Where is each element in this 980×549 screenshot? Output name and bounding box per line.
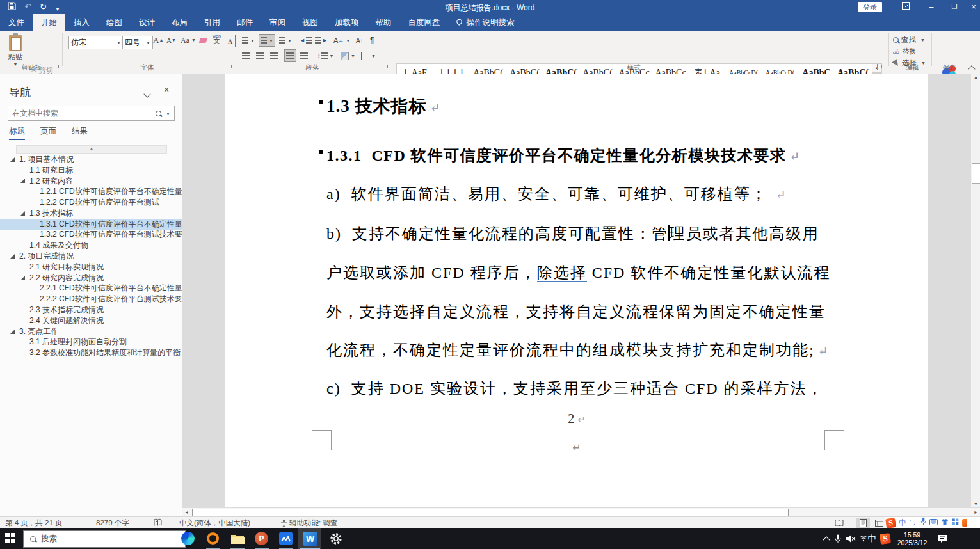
ribbon-tab[interactable]: 百度网盘 [400,14,449,31]
font-dialog-launcher-icon[interactable] [227,64,233,70]
action-center-icon[interactable] [935,528,950,549]
doc-heading-1[interactable]: 1.3 技术指标↵ [326,95,440,118]
clipboard-dialog-launcher-icon[interactable] [54,64,60,70]
word-taskbar-icon[interactable]: W [302,530,318,546]
borders-button[interactable]: ▼ [361,50,376,61]
nav-tree-item[interactable]: 1.2 研究内容 [0,176,182,187]
ribbon-tab[interactable]: 开始 [33,14,65,31]
show-marks-button[interactable]: ¶ [370,35,374,46]
proofing-status-icon[interactable] [154,518,162,528]
edge-browser-icon[interactable] [180,530,196,546]
doc-line-e[interactable]: 化流程，不确定性定量评价流程中的组成模块支持扩充和定制功能;↵ [326,340,828,360]
blue-mountain-app-icon[interactable] [278,530,294,546]
nav-tree-item[interactable]: 1.4 成果及交付物 [0,240,182,251]
doc-line-a[interactable]: a) 软件界面简洁、易用、安全、可靠、可维护、可移植等； ↵ [326,184,786,204]
scroll-down-icon[interactable]: ▼ [971,502,980,506]
font-size-combo[interactable]: 四号▼ [122,36,153,49]
font-name-combo[interactable]: 仿宋▼ [68,36,124,49]
ribbon-tab[interactable]: 布局 [163,14,196,31]
taskbar-search-box[interactable]: 搜索 [23,530,186,548]
nav-tab-pages[interactable]: 页面 [40,126,56,140]
nav-tree-item[interactable]: 1.3.1 CFD软件可信度评价平台不确定性量化... [0,219,182,230]
web-layout-view-button[interactable] [872,518,886,528]
restore-button[interactable]: ❐ [946,1,963,13]
minimize-button[interactable]: – [923,1,940,13]
clear-formatting-button[interactable] [200,35,207,46]
expand-triangle-icon[interactable] [10,157,15,162]
nav-tree-item[interactable]: 3.2 参数校准功能对结果精度和计算量的平衡 [0,347,182,358]
ribbon-tab[interactable]: 加载项 [326,14,367,31]
ribbon-tab[interactable]: 引用 [196,14,229,31]
styles-dialog-launcher-icon[interactable] [877,64,883,70]
ribbon-tab[interactable]: 审阅 [261,14,294,31]
paste-button[interactable]: 粘贴 ▼ [4,33,27,68]
ribbon-tab[interactable]: 插入 [65,14,98,31]
ime-mic-icon[interactable] [920,517,926,529]
ribbon-tab[interactable]: 视图 [294,14,326,31]
accessibility-status[interactable]: 辅助功能: 调查 [280,518,337,528]
nav-tree-item[interactable]: 1. 项目基本情况 [0,154,182,165]
paragraph-dialog-launcher-icon[interactable] [383,64,389,70]
ime-keyboard-icon[interactable] [929,517,938,529]
nav-tree-item[interactable]: 2.4 关键问题解决情况 [0,315,182,326]
hidden-icons-chevron-icon[interactable] [821,528,832,549]
tray-sogou-icon[interactable]: S [878,528,892,549]
vertical-scrollbar-thumb[interactable] [972,163,980,184]
decrease-indent-button[interactable]: ◄ [300,35,312,46]
word-count-status[interactable]: 8279 个字 [96,518,129,528]
collapse-ribbon-icon[interactable] [969,63,974,74]
nav-tree-item[interactable]: 3.1 后处理封闭物面自动分割 [0,337,182,348]
phonetic-guide-button[interactable]: wén 文 [213,33,221,44]
nav-tree-item[interactable]: 2.3 技术指标完成情况 [0,305,182,315]
ribbon-tab[interactable]: 邮件 [229,14,261,31]
nav-tree-item[interactable]: 2. 项目完成情况 [0,251,182,262]
scroll-left-icon[interactable]: ◄ [184,510,189,514]
expand-triangle-icon[interactable] [20,276,25,280]
nav-pane-close-icon[interactable]: × [164,84,169,95]
ime-more-icon[interactable] [962,519,967,527]
nav-tree-item[interactable]: 1.3 技术指标 [0,208,182,219]
sogou-logo-icon[interactable]: S [885,518,896,529]
align-center-button[interactable] [256,50,264,61]
line-spacing-button[interactable]: ↕▼ [317,50,333,61]
nav-tree-item[interactable]: 1.2.1 CFD软件可信度评价平台不确定性量化... [0,186,182,197]
doc-line-d[interactable]: 外，支持选择自定义流程，支持将自定义流程保留为固定不确定性量 [326,301,826,322]
scroll-up-icon[interactable]: ▲ [971,75,980,79]
align-left-button[interactable] [242,50,250,61]
speaker-muted-icon[interactable] [844,528,858,549]
nav-tree-item[interactable]: 1.1 研究目标 [0,165,182,176]
ribbon-tab[interactable]: 绘图 [98,14,131,31]
change-case-button[interactable]: Aa▼ [181,35,196,46]
page-count-status[interactable]: 第 4 页，共 21 页 [5,518,62,528]
start-button[interactable] [5,533,15,543]
document-search-input[interactable] [8,109,156,118]
document-page[interactable]: 1.3 技术指标↵ 1.3.1 CFD 软件可信度评价平台不确定性量化分析模块技… [225,74,928,507]
shrink-font-button[interactable]: A▼ [166,35,176,46]
read-mode-view-button[interactable] [832,518,846,528]
horizontal-scrollbar[interactable]: ◄ ► [182,507,980,517]
vertical-scrollbar[interactable]: ▲ ▼ [970,74,980,507]
tray-ime-mode[interactable]: 中 [865,528,878,549]
settings-gear-icon[interactable] [328,530,344,546]
ime-mode-icon[interactable]: 中 [899,517,906,529]
language-status[interactable]: 中文(简体，中国大陆) [179,518,250,528]
taskbar-clock[interactable]: 15:59 2025/3/12 [893,528,931,549]
tray-microphone-icon[interactable] [832,528,844,549]
grow-font-button[interactable]: A▲ [153,35,163,46]
doc-line-b[interactable]: b) 支持不确定性量化流程的高度可配置性：管理员或者其他高级用 [326,223,819,244]
powerpoint-icon[interactable]: P [253,530,269,546]
expand-triangle-icon[interactable] [20,179,25,183]
shading-button[interactable]: ▼ [341,50,355,61]
distribute-button[interactable] [300,50,308,61]
nav-tab-results[interactable]: 结果 [72,126,88,140]
nav-tree-item[interactable]: 2.1 研究目标实现情况 [0,262,182,273]
doc-line-c[interactable]: 户选取或添加 CFD 程序后，除选择 CFD 软件不确定性量化默认流程 [326,262,830,283]
search-dropdown-icon[interactable]: ▼ [166,111,170,116]
nav-pane-options-icon[interactable] [145,88,150,99]
nav-tree-item[interactable]: 2.2.1 CFD软件可信度评价平台不确定性量化... [0,283,182,294]
document-search-box[interactable]: ▼ [8,106,175,121]
numbering-button[interactable]: ▼ [259,34,275,47]
nav-tree-item[interactable]: 2.2.2 CFD软件可信度评价平台测试技术要求 [0,294,182,305]
doc-heading-2[interactable]: 1.3.1 CFD 软件可信度评价平台不确定性量化分析模块技术要求↵ [326,145,799,166]
sogou-browser-icon[interactable] [205,530,221,546]
